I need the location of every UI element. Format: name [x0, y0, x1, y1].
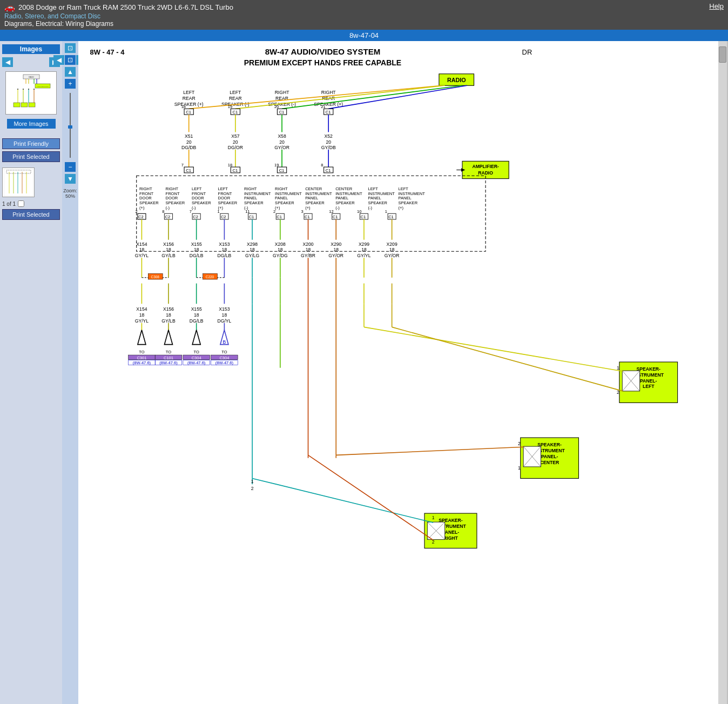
svg-text:REAR: REAR — [183, 96, 196, 101]
svg-text:12: 12 — [329, 209, 333, 214]
diagram-area: 8W - 47 - 4 8W-47 AUDIO/VIDEO SYSTEM DR … — [78, 41, 718, 704]
svg-text:X156: X156 — [163, 242, 174, 247]
svg-text:C1: C1 — [279, 168, 285, 173]
zoom-out-button[interactable]: − — [65, 162, 76, 172]
more-images-button[interactable]: More Images — [7, 119, 56, 129]
svg-text:(8W-47.6): (8W-47.6) — [187, 360, 206, 365]
svg-text:DG/LB: DG/LB — [217, 253, 231, 258]
svg-text:2: 2 — [136, 209, 138, 214]
svg-text:GY/YL: GY/YL — [357, 253, 371, 258]
svg-text:18: 18 — [139, 312, 145, 318]
svg-text:LEFT: LEFT — [643, 384, 655, 389]
header-category: Diagrams, Electrical: Wiring Diagrams — [4, 20, 233, 28]
svg-text:X57: X57 — [231, 133, 240, 139]
svg-text:GY/OR: GY/OR — [385, 253, 400, 258]
svg-text:19: 19 — [274, 163, 279, 167]
svg-text:18: 18 — [250, 247, 255, 252]
svg-text:X155: X155 — [191, 242, 202, 247]
main-layout: Images ◀ ▶ RADIO AMPLIFIER-RADIO — [0, 41, 728, 704]
svg-text:7: 7 — [190, 209, 192, 214]
svg-text:18: 18 — [181, 104, 186, 109]
svg-text:19: 19 — [228, 104, 232, 109]
svg-text:8: 8 — [321, 163, 323, 167]
svg-text:18: 18 — [361, 247, 367, 252]
svg-text:18: 18 — [222, 247, 227, 252]
diagram-thumbnail: RADIO AMPLIFIER-RADIO — [5, 71, 57, 115]
svg-text:C1: C1 — [249, 214, 254, 219]
svg-text:GY/DG: GY/DG — [273, 253, 288, 258]
svg-text:X154: X154 — [136, 242, 147, 247]
zoom-fit-button[interactable]: ⊡ — [65, 55, 76, 65]
title-line1: 🚗 2008 Dodge or Ram Truck RAM 2500 Truck… — [4, 2, 233, 12]
svg-rect-15 — [29, 103, 35, 107]
svg-text:CENTER: CENTER — [540, 460, 560, 465]
nav-up-button[interactable]: ▲ — [65, 67, 76, 77]
zoom-controls: ⊡ ◀ ⊡ ▶ ▲ + − ▼ Zoom: 50% — [62, 41, 78, 704]
header: 🚗 2008 Dodge or Ram Truck RAM 2500 Truck… — [0, 0, 728, 30]
prev-image-button[interactable]: ◀ — [2, 57, 13, 67]
svg-text:SPEAKER (+): SPEAKER (+) — [174, 102, 204, 107]
svg-text:1: 1 — [617, 365, 619, 371]
svg-text:GY/LB: GY/LB — [161, 253, 176, 258]
page-select-checkbox[interactable] — [18, 200, 24, 207]
svg-text:AMPLIFIER-RADIO: AMPLIFIER-RADIO — [37, 86, 49, 88]
svg-text:(+): (+) — [275, 205, 280, 210]
svg-text:DG/OR: DG/OR — [228, 145, 243, 150]
svg-text:8W - 47 - 4: 8W - 47 - 4 — [90, 48, 125, 56]
nav-fit-button[interactable]: ⊡ — [65, 43, 76, 53]
svg-text:X52: X52 — [325, 133, 333, 139]
svg-text:LEFT: LEFT — [230, 90, 241, 95]
svg-text:GY/LG: GY/LG — [245, 253, 260, 258]
nav-down-button[interactable]: ▼ — [65, 174, 76, 184]
svg-text:8W-47 AUDIO/VIDEO SYSTEM: 8W-47 AUDIO/VIDEO SYSTEM — [265, 47, 381, 56]
help-link[interactable]: Help — [709, 2, 724, 10]
svg-text:18: 18 — [228, 163, 232, 167]
svg-text:1: 1 — [432, 515, 435, 520]
tab-bar: 8w-47-04 — [0, 30, 728, 41]
svg-text:C304: C304 — [192, 356, 201, 360]
svg-text:(-): (-) — [192, 205, 196, 210]
svg-text:RIGHT: RIGHT — [443, 535, 459, 541]
svg-text:X51: X51 — [185, 133, 193, 139]
svg-rect-20 — [4, 169, 33, 196]
svg-text:GY/OR: GY/OR — [274, 145, 289, 150]
svg-text:DG/LB: DG/LB — [190, 318, 204, 324]
svg-text:RADIO: RADIO — [29, 76, 34, 78]
car-icon: 🚗 — [4, 2, 15, 12]
svg-text:SPEAKER-: SPEAKER- — [636, 366, 660, 372]
svg-point-19 — [33, 89, 35, 90]
zoom-in-button[interactable]: + — [65, 79, 76, 89]
svg-text:2: 2 — [251, 486, 254, 491]
svg-text:C220: C220 — [206, 275, 214, 279]
svg-text:C2: C2 — [138, 214, 144, 219]
svg-text:SPEAKER-: SPEAKER- — [537, 442, 562, 447]
svg-text:(8W-47.6): (8W-47.6) — [215, 360, 234, 365]
svg-text:REAR: REAR — [229, 96, 242, 101]
svg-text:X200: X200 — [302, 242, 313, 247]
svg-text:C1: C1 — [305, 214, 310, 219]
svg-text:DR: DR — [522, 48, 532, 56]
svg-text:C1: C1 — [186, 110, 191, 115]
svg-text:18: 18 — [389, 247, 395, 252]
svg-text:PANEL-: PANEL- — [640, 378, 657, 384]
svg-text:21: 21 — [321, 104, 325, 109]
svg-text:RIGHT: RIGHT — [321, 90, 336, 95]
svg-text:C2: C2 — [221, 214, 226, 219]
header-subtitle: Radio, Stereo, and Compact Disc — [4, 12, 233, 20]
svg-text:(-): (-) — [368, 205, 372, 210]
svg-text:C1: C1 — [360, 214, 366, 219]
print-friendly-button[interactable]: Print Friendly — [2, 138, 60, 149]
nav-left-button[interactable]: ◀ — [53, 55, 64, 65]
svg-rect-13 — [14, 103, 20, 107]
svg-text:X153: X153 — [219, 242, 230, 247]
svg-text:20: 20 — [326, 139, 331, 145]
svg-text:X58: X58 — [278, 133, 286, 139]
print-selected-button-1[interactable]: Print Selected — [2, 151, 60, 162]
svg-text:1: 1 — [251, 479, 254, 484]
svg-text:LEFT: LEFT — [183, 90, 195, 95]
scrollbar-area — [718, 41, 728, 704]
wiring-diagram: 8W - 47 - 4 8W-47 AUDIO/VIDEO SYSTEM DR … — [78, 41, 718, 704]
svg-text:2: 2 — [432, 539, 435, 545]
sidebar: Images ◀ ▶ RADIO AMPLIFIER-RADIO — [0, 41, 62, 704]
print-selected-button-2[interactable]: Print Selected — [2, 209, 60, 220]
